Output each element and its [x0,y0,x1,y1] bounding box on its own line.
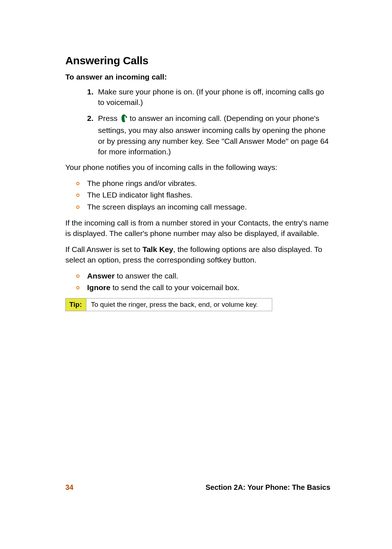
talk-key-icon [120,114,127,125]
numbered-steps: 1. Make sure your phone is on. (If your … [65,86,330,157]
notify-list: The phone rings and/or vibrates. The LED… [65,178,330,212]
list-item: The screen displays an incoming call mes… [76,202,330,212]
step-text: Make sure your phone is on. (If your pho… [98,86,330,108]
talkkey-bold: Talk Key [142,245,173,253]
bullet-icon [76,178,87,185]
page-number: 34 [65,483,73,492]
step-marker: 1. [87,86,98,97]
section-title: Section 2A: Your Phone: The Basics [205,483,330,492]
bullet-icon [76,202,87,209]
step-text-pre: Press [98,114,120,122]
list-item: The LED indicator light flashes. [76,190,330,200]
svg-point-1 [77,182,79,185]
list-item-text: The screen displays an incoming call mes… [87,202,330,212]
step-text: Press to answer an incoming call. (Depen… [98,113,330,157]
tip-box: Tip: To quiet the ringer, press the back… [65,298,272,311]
step-text-post: to answer an incoming call. (Depending o… [98,114,329,156]
step-item: 2. Press to answer an incoming call. (De… [87,113,330,157]
document-page: Answering Calls To answer an incoming ca… [0,0,392,549]
notify-intro: Your phone notifies you of incoming call… [65,162,330,172]
page-heading: Answering Calls [65,54,330,67]
section-subheading: To answer an incoming call: [65,73,330,81]
option-bold: Ignore [87,283,110,292]
list-item-text: Ignore to send the call to your voicemai… [87,282,330,293]
list-item: Answer to answer the call. [76,271,330,281]
list-item: Ignore to send the call to your voicemai… [76,282,330,293]
svg-point-5 [77,286,79,289]
list-item-text: The phone rings and/or vibrates. [87,178,330,189]
tip-label: Tip: [66,298,86,311]
options-list: Answer to answer the call. Ignore to sen… [65,271,330,293]
contacts-paragraph: If the incoming call is from a number st… [65,217,330,239]
option-rest: to answer the call. [115,272,178,280]
page-footer: 34 Section 2A: Your Phone: The Basics [65,483,330,492]
list-item: The phone rings and/or vibrates. [76,178,330,189]
list-item-text: The LED indicator light flashes. [87,190,330,200]
option-rest: to send the call to your voicemail box. [110,283,240,292]
option-bold: Answer [87,272,115,280]
talkkey-paragraph: If Call Answer is set to Talk Key, the f… [65,244,330,265]
bullet-icon [76,282,87,289]
step-marker: 2. [87,113,98,123]
talkkey-pre: If Call Answer is set to [65,245,142,253]
svg-point-4 [77,275,79,277]
svg-point-2 [77,194,79,196]
bullet-icon [76,271,87,278]
bullet-icon [76,190,87,197]
list-item-text: Answer to answer the call. [87,271,330,281]
svg-point-3 [77,206,79,208]
step-item: 1. Make sure your phone is on. (If your … [87,86,330,108]
tip-text: To quiet the ringer, press the back, end… [86,298,262,311]
